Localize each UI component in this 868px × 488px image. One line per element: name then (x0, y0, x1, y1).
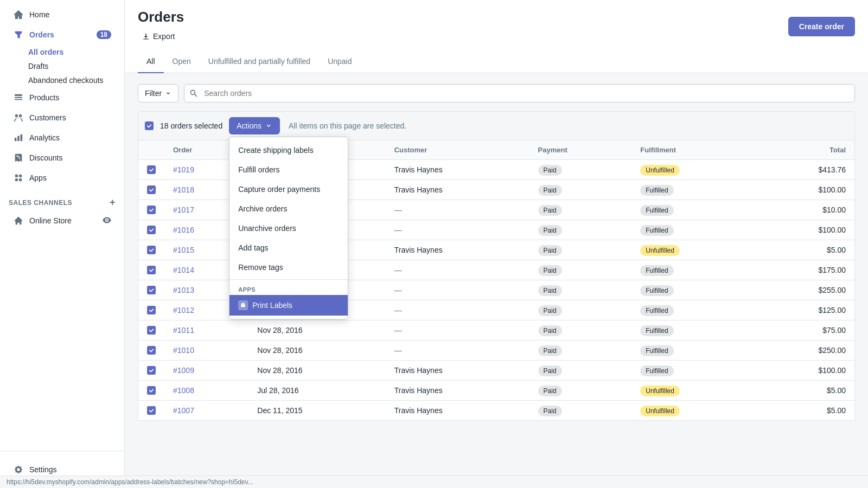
dropdown-create-shipping[interactable]: Create shipping labels (229, 140, 348, 160)
tab-all[interactable]: All (138, 50, 164, 73)
products-icon (13, 92, 24, 103)
row-checkbox-cell (138, 401, 165, 421)
row-checkbox[interactable] (147, 246, 156, 254)
row-checkbox[interactable] (147, 346, 156, 355)
main-content: Orders Export Create order All Open Unfu… (125, 0, 868, 488)
dropdown-divider (229, 279, 348, 280)
order-amount: $100.00 (756, 361, 855, 381)
order-id[interactable]: #1011 (164, 320, 248, 341)
order-date: Jul 28, 2016 (248, 381, 385, 401)
table-row: #1008 Jul 28, 2016 Travis Haynes Paid Un… (138, 381, 855, 401)
order-customer: — (386, 280, 529, 300)
row-checkbox-cell (138, 260, 165, 280)
dropdown-add-tags[interactable]: Add tags (229, 238, 348, 258)
dropdown-fulfill-orders[interactable]: Fulfill orders (229, 160, 348, 179)
row-checkbox[interactable] (147, 185, 156, 194)
row-checkbox[interactable] (147, 326, 156, 335)
eye-icon[interactable] (103, 216, 111, 226)
row-checkbox-cell (138, 220, 165, 240)
sidebar-item-home[interactable]: Home (4, 5, 120, 24)
order-amount: $100.00 (756, 180, 855, 200)
order-id[interactable]: #1008 (164, 381, 248, 401)
order-amount: $255.00 (756, 280, 855, 300)
row-checkbox-cell (138, 200, 165, 220)
tab-open[interactable]: Open (164, 50, 200, 73)
order-date: Nov 28, 2016 (248, 320, 385, 341)
order-fulfillment: Unfulfilled (631, 160, 756, 180)
tab-unpaid[interactable]: Unpaid (319, 50, 360, 73)
row-checkbox-cell (138, 320, 165, 341)
order-amount: $250.00 (756, 341, 855, 361)
subnav-drafts[interactable]: Drafts (24, 59, 124, 73)
row-checkbox-cell (138, 341, 165, 361)
row-checkbox[interactable] (147, 266, 156, 274)
sidebar-item-online-store[interactable]: Online Store (4, 211, 120, 230)
row-checkmark-icon (149, 388, 154, 393)
table-row: #1010 Nov 28, 2016 — Paid Fulfilled $250… (138, 341, 855, 361)
sidebar-item-orders[interactable]: Orders 18 (4, 25, 120, 44)
row-checkbox[interactable] (147, 286, 156, 294)
row-checkbox[interactable] (147, 306, 156, 314)
table-row: #1011 Nov 28, 2016 — Paid Fulfilled $75.… (138, 320, 855, 341)
dropdown-print-labels[interactable]: Print Labels (229, 295, 348, 316)
row-checkbox-cell (138, 381, 165, 401)
order-payment: Paid (529, 220, 632, 240)
row-checkbox[interactable] (147, 165, 156, 174)
sales-channels-header: SALES CHANNELS + (0, 188, 124, 210)
order-date: Dec 11, 2015 (248, 401, 385, 421)
row-checkbox[interactable] (147, 366, 156, 375)
order-id[interactable]: #1009 (164, 361, 248, 381)
row-checkbox-cell (138, 361, 165, 381)
sidebar-item-discounts[interactable]: Discounts (4, 148, 120, 168)
select-all-checkbox[interactable] (145, 121, 154, 130)
col-checkbox (138, 140, 165, 160)
order-amount: $75.00 (756, 320, 855, 341)
sidebar-item-discounts-label: Discounts (29, 153, 62, 162)
order-fulfillment: Unfulfilled (631, 381, 756, 401)
create-order-button[interactable]: Create order (788, 17, 855, 36)
checkmark-icon (146, 123, 152, 129)
order-date: Nov 28, 2016 (248, 341, 385, 361)
row-checkmark-icon (149, 267, 154, 273)
order-id[interactable]: #1010 (164, 341, 248, 361)
row-checkbox[interactable] (147, 206, 156, 214)
col-payment: Payment (529, 140, 632, 160)
sidebar-item-home-label: Home (29, 10, 49, 19)
dropdown-remove-tags[interactable]: Remove tags (229, 258, 348, 277)
row-checkbox-cell (138, 180, 165, 200)
sidebar-item-orders-label: Orders (29, 30, 54, 39)
search-input[interactable] (184, 84, 855, 102)
order-customer: — (386, 341, 529, 361)
actions-chevron-icon (265, 122, 272, 130)
selection-bar: 18 orders selected Actions Create shippi… (138, 111, 855, 140)
add-sales-channel-icon[interactable]: + (110, 197, 116, 208)
table-row: #1009 Nov 28, 2016 Travis Haynes Paid Fu… (138, 361, 855, 381)
order-payment: Paid (529, 341, 632, 361)
order-payment: Paid (529, 260, 632, 280)
sidebar-item-customers[interactable]: Customers (4, 108, 120, 127)
dropdown-archive-orders[interactable]: Archive orders (229, 199, 348, 219)
order-payment: Paid (529, 381, 632, 401)
sidebar-item-analytics[interactable]: Analytics (4, 128, 120, 147)
row-checkbox[interactable] (147, 406, 156, 415)
order-fulfillment: Fulfilled (631, 200, 756, 220)
tab-unfulfilled[interactable]: Unfulfilled and partially fulfilled (200, 50, 319, 73)
filter-button[interactable]: Filter (138, 84, 178, 102)
order-fulfillment: Fulfilled (631, 320, 756, 341)
export-button[interactable]: Export (138, 29, 184, 44)
row-checkbox[interactable] (147, 386, 156, 395)
dropdown-capture-payments[interactable]: Capture order payments (229, 179, 348, 199)
row-checkmark-icon (149, 207, 154, 213)
row-checkbox[interactable] (147, 226, 156, 234)
sidebar-item-products-label: Products (29, 93, 59, 102)
sidebar-item-apps[interactable]: Apps (4, 168, 120, 188)
dropdown-unarchive-orders[interactable]: Unarchive orders (229, 219, 348, 238)
order-fulfillment: Fulfilled (631, 280, 756, 300)
actions-button[interactable]: Actions (229, 117, 280, 134)
sidebar-item-products[interactable]: Products (4, 88, 120, 107)
order-amount: $5.00 (756, 240, 855, 260)
sales-channels-label: SALES CHANNELS (9, 199, 72, 207)
order-id[interactable]: #1007 (164, 401, 248, 421)
subnav-abandoned-checkouts[interactable]: Abandoned checkouts (24, 73, 124, 87)
subnav-all-orders[interactable]: All orders (24, 45, 124, 59)
